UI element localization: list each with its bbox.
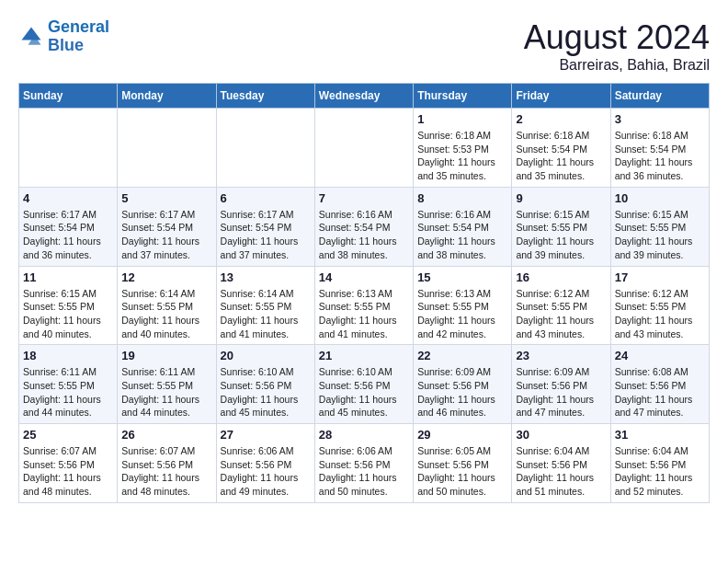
calendar-cell: 22Sunrise: 6:09 AMSunset: 5:56 PMDayligh… <box>414 345 512 424</box>
svg-marker-0 <box>22 27 41 40</box>
day-number: 15 <box>417 270 507 284</box>
calendar-cell: 4Sunrise: 6:17 AMSunset: 5:54 PMDaylight… <box>19 187 118 266</box>
calendar-cell: 12Sunrise: 6:14 AMSunset: 5:55 PMDayligh… <box>118 266 216 345</box>
col-header-wednesday: Wednesday <box>314 84 413 109</box>
calendar-cell: 29Sunrise: 6:05 AMSunset: 5:56 PMDayligh… <box>414 424 512 503</box>
day-info: Sunrise: 6:09 AMSunset: 5:56 PMDaylight:… <box>417 365 507 419</box>
day-info: Sunrise: 6:11 AMSunset: 5:55 PMDaylight:… <box>121 365 211 419</box>
title-block: August 2024 Barreiras, Bahia, Brazil <box>524 18 710 74</box>
calendar-cell: 15Sunrise: 6:13 AMSunset: 5:55 PMDayligh… <box>414 266 512 345</box>
calendar-cell: 6Sunrise: 6:17 AMSunset: 5:54 PMDaylight… <box>216 187 314 266</box>
day-info: Sunrise: 6:06 AMSunset: 5:56 PMDaylight:… <box>221 444 311 499</box>
day-number: 3 <box>615 112 705 126</box>
calendar-cell: 7Sunrise: 6:16 AMSunset: 5:54 PMDaylight… <box>314 187 413 266</box>
calendar-cell: 26Sunrise: 6:07 AMSunset: 5:56 PMDayligh… <box>118 424 216 503</box>
calendar-cell: 28Sunrise: 6:06 AMSunset: 5:56 PMDayligh… <box>314 424 413 503</box>
week-row-3: 11Sunrise: 6:15 AMSunset: 5:55 PMDayligh… <box>19 266 710 345</box>
calendar-cell: 3Sunrise: 6:18 AMSunset: 5:54 PMDaylight… <box>610 109 709 188</box>
col-header-tuesday: Tuesday <box>216 84 314 109</box>
page-header: General Blue August 2024 Barreiras, Bahi… <box>18 18 710 74</box>
day-info: Sunrise: 6:17 AMSunset: 5:54 PMDaylight:… <box>121 208 211 262</box>
calendar-cell <box>19 109 118 188</box>
calendar-cell: 21Sunrise: 6:10 AMSunset: 5:56 PMDayligh… <box>314 345 413 424</box>
logo-text: General Blue <box>48 18 109 55</box>
day-info: Sunrise: 6:12 AMSunset: 5:55 PMDaylight:… <box>516 287 606 341</box>
day-info: Sunrise: 6:17 AMSunset: 5:54 PMDaylight:… <box>23 208 113 262</box>
subtitle: Barreiras, Bahia, Brazil <box>524 57 710 74</box>
calendar-cell: 18Sunrise: 6:11 AMSunset: 5:55 PMDayligh… <box>19 345 118 424</box>
day-info: Sunrise: 6:17 AMSunset: 5:54 PMDaylight:… <box>221 208 311 262</box>
week-row-1: 1Sunrise: 6:18 AMSunset: 5:53 PMDaylight… <box>19 109 710 188</box>
day-number: 5 <box>121 191 211 205</box>
day-info: Sunrise: 6:07 AMSunset: 5:56 PMDaylight:… <box>121 444 211 499</box>
logo: General Blue <box>18 18 109 55</box>
day-info: Sunrise: 6:10 AMSunset: 5:56 PMDaylight:… <box>319 365 409 419</box>
day-number: 13 <box>221 270 311 284</box>
day-info: Sunrise: 6:10 AMSunset: 5:56 PMDaylight:… <box>221 365 311 419</box>
day-info: Sunrise: 6:05 AMSunset: 5:56 PMDaylight:… <box>417 444 507 499</box>
calendar-cell: 16Sunrise: 6:12 AMSunset: 5:55 PMDayligh… <box>512 266 610 345</box>
day-number: 28 <box>319 428 409 442</box>
day-number: 10 <box>615 191 705 205</box>
calendar-cell: 5Sunrise: 6:17 AMSunset: 5:54 PMDaylight… <box>118 187 216 266</box>
day-info: Sunrise: 6:14 AMSunset: 5:55 PMDaylight:… <box>121 287 211 341</box>
day-number: 9 <box>516 191 606 205</box>
day-number: 12 <box>121 270 211 284</box>
calendar-cell: 17Sunrise: 6:12 AMSunset: 5:55 PMDayligh… <box>610 266 709 345</box>
day-info: Sunrise: 6:15 AMSunset: 5:55 PMDaylight:… <box>516 208 606 262</box>
day-number: 24 <box>615 349 705 362</box>
calendar-cell: 31Sunrise: 6:04 AMSunset: 5:56 PMDayligh… <box>610 424 709 503</box>
col-header-saturday: Saturday <box>610 84 709 109</box>
calendar-cell: 25Sunrise: 6:07 AMSunset: 5:56 PMDayligh… <box>19 424 118 503</box>
day-info: Sunrise: 6:13 AMSunset: 5:55 PMDaylight:… <box>319 287 409 341</box>
calendar-cell: 30Sunrise: 6:04 AMSunset: 5:56 PMDayligh… <box>512 424 610 503</box>
col-header-monday: Monday <box>118 84 216 109</box>
calendar-cell: 20Sunrise: 6:10 AMSunset: 5:56 PMDayligh… <box>216 345 314 424</box>
day-info: Sunrise: 6:06 AMSunset: 5:56 PMDaylight:… <box>319 444 409 499</box>
day-info: Sunrise: 6:08 AMSunset: 5:56 PMDaylight:… <box>615 365 705 419</box>
day-number: 31 <box>615 428 705 442</box>
day-number: 21 <box>319 349 409 362</box>
day-number: 29 <box>417 428 507 442</box>
calendar-cell: 23Sunrise: 6:09 AMSunset: 5:56 PMDayligh… <box>512 345 610 424</box>
calendar-cell: 27Sunrise: 6:06 AMSunset: 5:56 PMDayligh… <box>216 424 314 503</box>
calendar-cell <box>118 109 216 188</box>
day-info: Sunrise: 6:09 AMSunset: 5:56 PMDaylight:… <box>516 365 606 419</box>
day-number: 6 <box>221 191 311 205</box>
day-info: Sunrise: 6:15 AMSunset: 5:55 PMDaylight:… <box>23 287 113 341</box>
header-row: SundayMondayTuesdayWednesdayThursdayFrid… <box>19 84 710 109</box>
day-number: 19 <box>121 349 211 362</box>
col-header-sunday: Sunday <box>19 84 118 109</box>
day-info: Sunrise: 6:18 AMSunset: 5:54 PMDaylight:… <box>516 129 606 183</box>
calendar-cell: 24Sunrise: 6:08 AMSunset: 5:56 PMDayligh… <box>610 345 709 424</box>
day-number: 16 <box>516 270 606 284</box>
day-number: 2 <box>516 112 606 126</box>
calendar-cell: 13Sunrise: 6:14 AMSunset: 5:55 PMDayligh… <box>216 266 314 345</box>
day-info: Sunrise: 6:04 AMSunset: 5:56 PMDaylight:… <box>615 444 705 499</box>
calendar-cell <box>314 109 413 188</box>
logo-icon <box>18 24 44 50</box>
day-info: Sunrise: 6:07 AMSunset: 5:56 PMDaylight:… <box>23 444 113 499</box>
day-info: Sunrise: 6:14 AMSunset: 5:55 PMDaylight:… <box>221 287 311 341</box>
day-info: Sunrise: 6:16 AMSunset: 5:54 PMDaylight:… <box>319 208 409 262</box>
col-header-thursday: Thursday <box>414 84 512 109</box>
day-info: Sunrise: 6:04 AMSunset: 5:56 PMDaylight:… <box>516 444 606 499</box>
calendar-cell: 8Sunrise: 6:16 AMSunset: 5:54 PMDaylight… <box>414 187 512 266</box>
day-number: 26 <box>121 428 211 442</box>
calendar-cell: 19Sunrise: 6:11 AMSunset: 5:55 PMDayligh… <box>118 345 216 424</box>
day-info: Sunrise: 6:13 AMSunset: 5:55 PMDaylight:… <box>417 287 507 341</box>
week-row-5: 25Sunrise: 6:07 AMSunset: 5:56 PMDayligh… <box>19 424 710 503</box>
day-number: 8 <box>417 191 507 205</box>
col-header-friday: Friday <box>512 84 610 109</box>
calendar-cell: 14Sunrise: 6:13 AMSunset: 5:55 PMDayligh… <box>314 266 413 345</box>
day-info: Sunrise: 6:15 AMSunset: 5:55 PMDaylight:… <box>615 208 705 262</box>
calendar-cell: 10Sunrise: 6:15 AMSunset: 5:55 PMDayligh… <box>610 187 709 266</box>
day-number: 1 <box>417 112 507 126</box>
day-number: 4 <box>23 191 113 205</box>
day-number: 25 <box>23 428 113 442</box>
day-number: 20 <box>221 349 311 362</box>
day-number: 27 <box>221 428 311 442</box>
week-row-4: 18Sunrise: 6:11 AMSunset: 5:55 PMDayligh… <box>19 345 710 424</box>
day-info: Sunrise: 6:12 AMSunset: 5:55 PMDaylight:… <box>615 287 705 341</box>
day-info: Sunrise: 6:16 AMSunset: 5:54 PMDaylight:… <box>417 208 507 262</box>
